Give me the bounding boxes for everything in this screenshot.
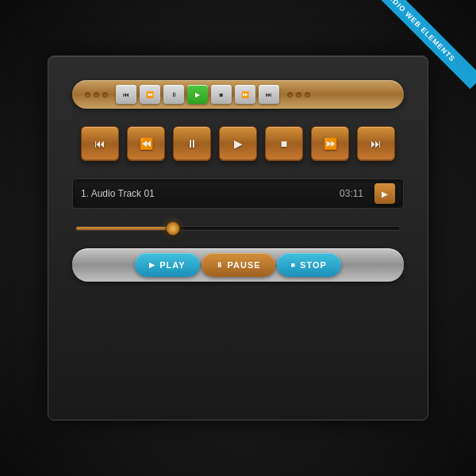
- dots-right: [287, 92, 310, 98]
- audio-player-panel: ⏮ ⏪ ⏸ ▶ ■ ⏩ ⏭ ⏮ ⏪ ⏸ ▶ ■ ⏩ ⏭ 1. Audio Tra…: [48, 56, 428, 420]
- slider-track[interactable]: [75, 226, 401, 231]
- large-pause-button[interactable]: ⏸: [173, 126, 211, 161]
- pause-label: PAUSE: [228, 260, 261, 270]
- pause-icon: ⏸: [216, 261, 224, 269]
- compact-fast-forward-button[interactable]: ⏩: [235, 85, 255, 104]
- large-skip-forward-button[interactable]: ⏭: [357, 126, 395, 161]
- slider-fill: [76, 227, 173, 230]
- dot-6: [305, 92, 310, 98]
- compact-rewind-button[interactable]: ⏪: [140, 85, 160, 104]
- dot-1: [85, 92, 90, 98]
- play-button[interactable]: ▶ PLAY: [135, 253, 199, 277]
- stop-button[interactable]: ■ STOP: [277, 253, 341, 277]
- track-play-button[interactable]: ▶: [374, 183, 395, 204]
- stop-icon: ■: [291, 261, 296, 269]
- ribbon-text: AUDIO WEB ELEMENTS: [381, 0, 476, 89]
- stop-label: STOP: [300, 260, 327, 270]
- track-time: 03:11: [340, 188, 363, 199]
- slider-thumb[interactable]: [166, 221, 180, 236]
- dot-4: [287, 92, 293, 98]
- corner-ribbon: AUDIO WEB ELEMENTS: [381, 0, 476, 95]
- volume-slider-row: [72, 226, 404, 231]
- large-stop-button[interactable]: ■: [265, 126, 303, 161]
- large-fast-forward-button[interactable]: ⏩: [311, 126, 349, 161]
- dot-3: [102, 92, 108, 98]
- compact-stop-button[interactable]: ■: [211, 85, 232, 104]
- bottom-control-bar: ▶ PLAY ⏸ PAUSE ■ STOP: [72, 248, 404, 282]
- track-name: 1. Audio Track 01: [81, 188, 333, 199]
- dots-left: [85, 92, 108, 98]
- play-icon: ▶: [149, 261, 155, 269]
- track-title: Audio Track 01: [91, 188, 155, 199]
- dot-5: [296, 92, 301, 98]
- large-buttons-row: ⏮ ⏪ ⏸ ▶ ■ ⏩ ⏭: [72, 126, 404, 161]
- track-row: 1. Audio Track 01 03:11 ▶: [72, 178, 404, 209]
- compact-skip-forward-button[interactable]: ⏭: [259, 85, 279, 104]
- pause-button[interactable]: ⏸ PAUSE: [202, 253, 275, 277]
- dot-2: [94, 92, 99, 98]
- play-label: PLAY: [159, 260, 185, 270]
- compact-transport-bar: ⏮ ⏪ ⏸ ▶ ■ ⏩ ⏭: [72, 80, 404, 109]
- compact-skip-back-button[interactable]: ⏮: [116, 85, 136, 104]
- large-play-button[interactable]: ▶: [219, 126, 257, 161]
- large-rewind-button[interactable]: ⏪: [127, 126, 165, 161]
- track-number: 1.: [81, 188, 89, 199]
- large-skip-back-button[interactable]: ⏮: [81, 126, 119, 161]
- compact-pause-button[interactable]: ⏸: [163, 85, 184, 104]
- compact-play-button[interactable]: ▶: [187, 85, 208, 104]
